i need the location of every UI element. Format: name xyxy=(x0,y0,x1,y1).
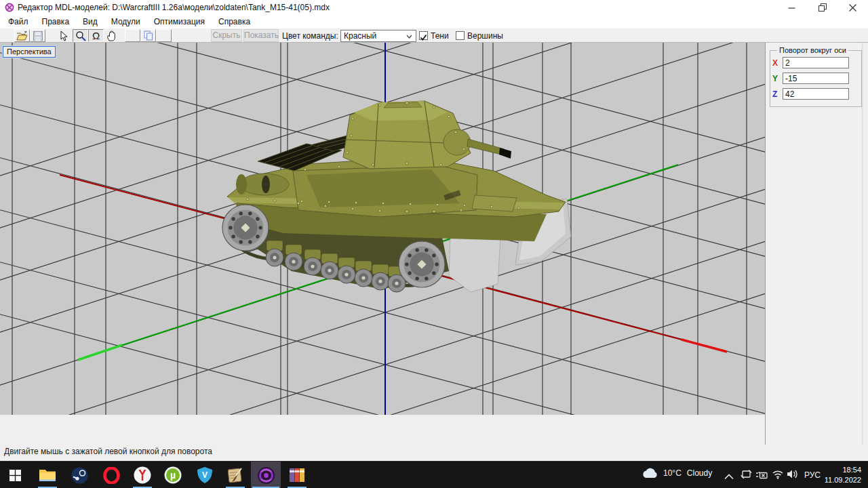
volume-icon xyxy=(787,469,799,479)
taskbar-app-steam[interactable] xyxy=(64,462,94,488)
save-icon xyxy=(33,31,43,41)
x-rotation-input[interactable] xyxy=(783,57,849,68)
open-file-button[interactable] xyxy=(14,29,30,42)
panel-right-edge xyxy=(862,43,863,445)
taskbar-app-explorer[interactable] xyxy=(33,462,62,488)
toolbar: Ω Скрыть Показать Цвет команды: Красный … xyxy=(0,28,868,43)
tank-model xyxy=(222,101,571,292)
zoom-icon xyxy=(75,30,86,41)
taskbar: µ V xyxy=(0,461,868,488)
team-color-select[interactable]: Красный xyxy=(340,30,416,42)
taskbar-app-opera[interactable] xyxy=(96,462,126,488)
team-color-label: Цвет команды: xyxy=(282,31,338,41)
cursor-icon xyxy=(58,30,68,41)
steam-icon xyxy=(71,467,88,484)
show-button[interactable]: Показать xyxy=(243,29,279,42)
app-icon xyxy=(5,3,14,12)
svg-text:µ: µ xyxy=(170,470,176,481)
hide-button[interactable]: Скрыть xyxy=(211,29,242,42)
chevron-down-icon xyxy=(406,35,412,39)
clock-time: 18:54 xyxy=(825,465,861,475)
opera-icon xyxy=(103,467,120,484)
rotation-panel: Поворот вокруг оси X Y Z xyxy=(765,43,868,461)
menu-optimization[interactable]: Оптимизация xyxy=(147,16,212,28)
y-axis-label: Y xyxy=(772,74,782,83)
toolbar-blank-button-1[interactable] xyxy=(125,29,140,42)
weather-temperature: 10°C xyxy=(663,468,682,478)
status-message: Двигайте мышь с зажатой левой кнопкой дл… xyxy=(4,447,212,456)
utorrent-icon: µ xyxy=(164,466,182,484)
svg-text:V: V xyxy=(202,470,208,480)
vertices-checkbox[interactable] xyxy=(456,31,465,40)
menu-edit[interactable]: Правка xyxy=(35,16,77,28)
viewport-3d[interactable]: Перспектива xyxy=(0,43,765,415)
explorer-icon xyxy=(39,468,56,483)
zoom-tool-button[interactable] xyxy=(73,29,88,42)
save-button[interactable] xyxy=(30,29,45,42)
start-button[interactable] xyxy=(0,462,30,488)
chevron-up-icon xyxy=(724,474,734,480)
windows-logo-icon xyxy=(9,470,21,481)
check-icon xyxy=(420,34,427,41)
open-folder-icon xyxy=(16,31,28,41)
copy-icon xyxy=(144,30,153,41)
taskbar-app-mdl-model-editor[interactable] xyxy=(251,462,281,488)
x-axis-arrow xyxy=(682,340,727,352)
window-title: Редактор MDL-моделей: D:\WarcraftIII 1.2… xyxy=(18,3,330,12)
rotate-icon: Ω xyxy=(92,30,100,41)
tray-screen-button[interactable] xyxy=(741,469,752,483)
x-axis-label: X xyxy=(772,58,782,68)
copy-button[interactable] xyxy=(140,29,156,42)
toolbar-blank-button-2[interactable] xyxy=(156,29,172,42)
status-bar: Двигайте мышь с зажатой левой кнопкой дл… xyxy=(0,445,868,461)
tray-volume-button[interactable] xyxy=(787,469,799,482)
menu-view[interactable]: Вид xyxy=(76,16,104,28)
scroll-quill-icon xyxy=(226,466,244,484)
yandex-browser-icon xyxy=(134,466,151,484)
close-button[interactable] xyxy=(837,0,868,15)
menu-bar: Файл Правка Вид Модули Оптимизация Справ… xyxy=(0,15,868,28)
wifi-icon xyxy=(772,469,784,479)
pan-tool-button[interactable] xyxy=(104,29,119,42)
rotation-groupbox: Поворот вокруг оси X Y Z xyxy=(770,50,862,107)
rotation-panel-title: Поворот вокруг оси xyxy=(777,46,848,54)
weather-condition: Cloudy xyxy=(687,468,712,478)
taskbar-app-yandex-browser[interactable] xyxy=(127,462,157,488)
clock[interactable]: 18:54 11.09.2022 xyxy=(825,465,861,485)
tray-overflow-button[interactable] xyxy=(724,470,734,483)
pan-hand-icon xyxy=(106,30,117,41)
menu-modules[interactable]: Модули xyxy=(104,16,147,28)
shadows-checkbox[interactable] xyxy=(419,31,428,40)
taskbar-app-utorrent[interactable]: µ xyxy=(158,462,188,488)
taskbar-app-vpn-shield[interactable]: V xyxy=(190,462,220,488)
screen-icon xyxy=(741,469,752,480)
menu-file[interactable]: Файл xyxy=(1,16,35,28)
viewport-canvas[interactable] xyxy=(0,43,765,415)
language-indicator[interactable]: РУС xyxy=(804,470,821,480)
viewport-label: Перспектива xyxy=(3,46,56,58)
rotate-tool-button[interactable]: Ω xyxy=(88,29,104,42)
z-rotation-input[interactable] xyxy=(783,88,849,100)
tray-network-button[interactable] xyxy=(772,469,784,482)
mdl-editor-icon xyxy=(257,466,275,485)
minimize-icon xyxy=(788,4,795,12)
window-bottom-area xyxy=(0,415,765,445)
minimize-button[interactable] xyxy=(776,0,807,15)
title-bar: Редактор MDL-моделей: D:\WarcraftIII 1.2… xyxy=(0,0,868,15)
restore-icon xyxy=(818,3,827,12)
y-axis-arrow xyxy=(78,345,122,360)
y-rotation-input[interactable] xyxy=(783,73,849,84)
restore-button[interactable] xyxy=(807,0,837,15)
select-tool-button[interactable] xyxy=(55,29,71,42)
taskbar-app-winrar[interactable] xyxy=(282,462,312,488)
winrar-icon xyxy=(289,467,305,483)
z-axis-label: Z xyxy=(772,89,782,99)
power-icon xyxy=(755,470,768,479)
tray-power-button[interactable] xyxy=(755,470,768,482)
team-color-value: Красный xyxy=(344,31,376,41)
cloud-icon xyxy=(642,467,658,479)
menu-help[interactable]: Справка xyxy=(212,16,257,28)
clock-date: 11.09.2022 xyxy=(825,475,861,485)
weather-widget[interactable]: 10°C Cloudy xyxy=(642,467,712,479)
taskbar-app-warcraft-editor[interactable] xyxy=(220,462,250,488)
